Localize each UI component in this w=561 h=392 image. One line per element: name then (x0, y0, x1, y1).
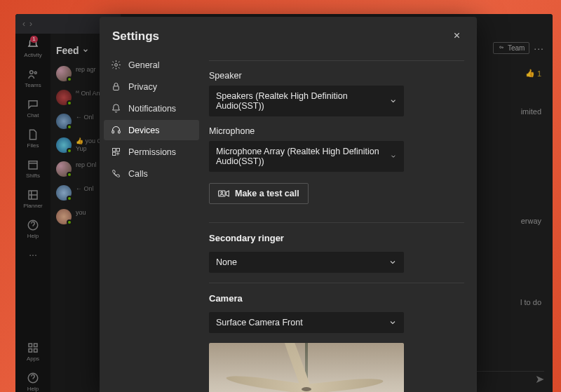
send-icon[interactable]: ➤ (535, 372, 544, 386)
camera-preview: Preview (209, 343, 404, 392)
camera-value: Surface Camera Front (216, 318, 303, 327)
nav-devices[interactable]: Devices (104, 120, 199, 140)
rail-teams[interactable]: Teams (25, 68, 41, 88)
test-call-icon (218, 189, 229, 198)
nav-permissions[interactable]: Permissions (104, 142, 199, 162)
rail-label: Files (27, 142, 39, 149)
app-rail: 1 Activity Teams Chat Files Shifts (15, 14, 50, 392)
feed-text: ← Onl (76, 185, 94, 193)
svg-rect-5 (29, 344, 32, 347)
apps-icon (27, 342, 39, 354)
rail-chat[interactable]: Chat (27, 98, 39, 119)
nav-notifications[interactable]: Notifications (104, 98, 199, 119)
close-button[interactable] (450, 28, 464, 45)
fwd-arrow-icon[interactable]: › (29, 19, 32, 29)
rail-activity[interactable]: 1 Activity (24, 38, 41, 58)
divider (209, 60, 464, 61)
feed-text: rep agr (76, 66, 96, 74)
bell-icon (111, 103, 121, 114)
svg-rect-6 (34, 344, 37, 347)
secondary-ringer-title: Secondary ringer (209, 233, 464, 243)
rail-shifts[interactable]: Shifts (26, 158, 40, 179)
svg-point-10 (499, 46, 501, 48)
settings-dialog: Settings General Privacy Notifications (100, 17, 477, 392)
microphone-value: Microphone Array (Realtek High Definitio… (216, 147, 390, 166)
rail-more[interactable]: ··· (29, 249, 37, 260)
rail-help-bottom[interactable]: Help (27, 372, 39, 392)
svg-rect-18 (113, 152, 116, 155)
divider (209, 283, 464, 283)
nav-privacy[interactable]: Privacy (104, 76, 199, 97)
avatar (56, 114, 72, 129)
speaker-value: Speakers (Realtek High Definition Audio(… (216, 91, 389, 111)
avatar (56, 209, 72, 224)
rail-label: Help (27, 233, 39, 239)
rail-label: Help (27, 386, 39, 392)
chevron-down-icon (390, 152, 397, 161)
chat-icon (27, 98, 39, 111)
people-icon (498, 45, 505, 52)
planner-icon (27, 189, 39, 201)
preview-object (306, 377, 384, 392)
more-button[interactable]: ··· (534, 43, 544, 54)
gear-icon (111, 60, 121, 70)
rail-help[interactable]: Help (27, 219, 39, 239)
message-stub: imited (474, 107, 541, 116)
help-icon (27, 219, 39, 231)
speaker-label: Speaker (209, 71, 464, 81)
secondary-ringer-value: None (216, 257, 237, 267)
nav-general[interactable]: General (104, 55, 199, 75)
chevron-down-icon (389, 97, 397, 105)
message-stub: l to do (474, 298, 541, 306)
team-button[interactable]: Team (493, 42, 529, 54)
rail-files[interactable]: Files (27, 128, 39, 149)
activity-badge: 1 (30, 36, 37, 43)
nav-label: Privacy (128, 82, 157, 92)
chevron-down-icon (388, 258, 397, 266)
back-arrow-icon[interactable]: ‹ (22, 19, 25, 29)
lock-icon (111, 81, 121, 92)
svg-rect-13 (114, 86, 119, 90)
svg-rect-8 (34, 349, 37, 353)
rail-label: Activity (24, 52, 41, 58)
close-icon (452, 31, 461, 40)
svg-point-11 (502, 46, 503, 48)
rail-apps[interactable]: Apps (27, 342, 39, 362)
nav-calls[interactable]: Calls (104, 163, 199, 184)
headset-icon (111, 125, 121, 135)
feed-text: rep Onl (76, 161, 97, 169)
svg-rect-7 (29, 349, 32, 353)
reaction-thumbs-up[interactable]: 👍 1 (474, 69, 541, 78)
svg-rect-2 (29, 161, 37, 169)
settings-title: Settings (112, 29, 159, 43)
team-button-label: Team (508, 44, 525, 52)
preview-object (226, 373, 307, 392)
message-stub: erway (474, 217, 541, 225)
nav-label: General (128, 60, 159, 70)
test-call-label: Make a test call (235, 189, 299, 198)
rail-label: Shifts (26, 173, 40, 179)
rail-planner[interactable]: Planner (23, 189, 43, 209)
rail-label: Planner (23, 203, 43, 209)
avatar (56, 137, 72, 153)
camera-dropdown[interactable]: Surface Camera Front (209, 312, 404, 333)
teams-icon (27, 68, 39, 81)
feed-text: you (76, 209, 86, 217)
feed-text: ← Onl (76, 114, 94, 121)
svg-point-20 (221, 191, 223, 194)
microphone-label: Microphone (209, 126, 464, 136)
nav-label: Calls (128, 169, 148, 179)
divider (209, 222, 464, 223)
svg-rect-16 (113, 149, 116, 151)
svg-point-0 (30, 71, 34, 74)
feed-text: ᴹ Onl Ant (76, 90, 102, 97)
permissions-icon (111, 147, 121, 157)
make-test-call-button[interactable]: Make a test call (209, 183, 309, 204)
svg-rect-15 (119, 130, 121, 133)
speaker-dropdown[interactable]: Speakers (Realtek High Definition Audio(… (209, 86, 404, 116)
nav-label: Notifications (128, 104, 176, 114)
secondary-ringer-dropdown[interactable]: None (209, 252, 404, 273)
microphone-dropdown[interactable]: Microphone Array (Realtek High Definitio… (209, 141, 404, 172)
camera-title: Camera (209, 293, 464, 304)
nav-arrows: ‹ › (22, 19, 32, 29)
